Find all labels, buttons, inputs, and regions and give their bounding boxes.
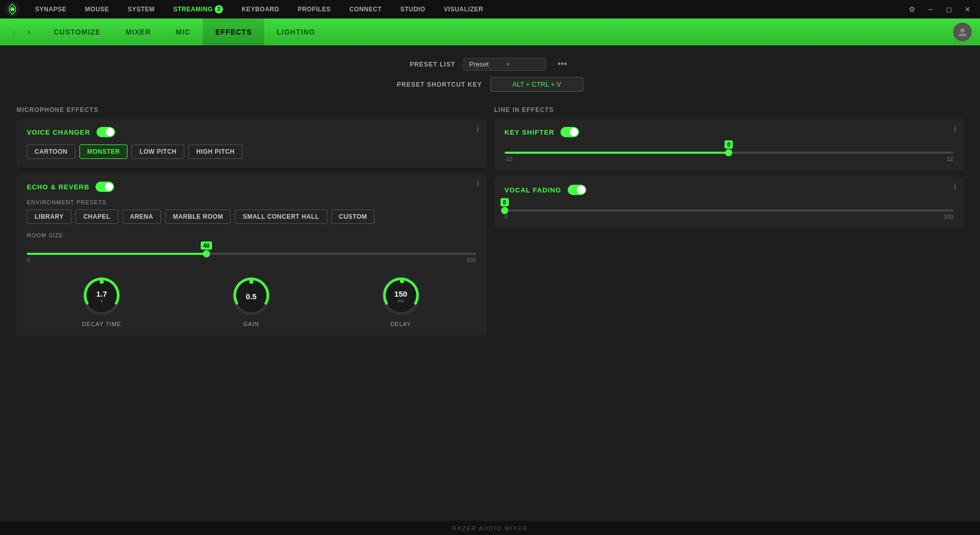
env-preset-marble-room[interactable]: MARBLE ROOM — [165, 209, 231, 224]
user-avatar[interactable] — [953, 23, 972, 41]
svg-point-2 — [10, 7, 14, 11]
tab-lighting[interactable]: LIGHTING — [264, 19, 328, 45]
key-shifter-slider-section: 0 -12 12 — [505, 152, 954, 162]
vocal-fading-track[interactable] — [505, 209, 954, 212]
echo-reverb-toggle-knob — [105, 183, 113, 191]
voice-changer-info-icon[interactable]: ℹ — [476, 125, 479, 133]
decay-time-value-display: 1.7 s — [96, 289, 107, 303]
key-shifter-title: KEY SHIFTER — [505, 128, 555, 136]
nav-keyboard[interactable]: KEYBOARD — [232, 0, 288, 19]
env-preset-custom[interactable]: CUSTOM — [331, 209, 375, 224]
sub-nav-items: CUSTOMIZE MIXER MIC EFFECTS LIGHTING — [41, 19, 953, 45]
room-size-value-bubble: 40 — [201, 241, 212, 250]
room-size-max: 100 — [466, 257, 475, 263]
close-icon[interactable]: ✕ — [960, 2, 975, 17]
env-preset-library[interactable]: LIBRARY — [27, 209, 71, 224]
forward-arrow[interactable]: › — [23, 26, 35, 38]
vocal-fading-toggle-knob — [577, 186, 585, 194]
top-nav-right: ⚙ ─ ◻ ✕ — [905, 2, 975, 17]
echo-reverb-title: ECHO & REVERB — [27, 183, 89, 191]
top-nav-items: SYNAPSE MOUSE SYSTEM STREAMING 2 KEYBOAR… — [26, 0, 905, 19]
room-size-fill — [27, 253, 206, 255]
vocal-fading-card: ℹ VOCAL FADING 0 — [494, 176, 964, 228]
key-shifter-header: KEY SHIFTER — [505, 127, 954, 137]
voice-changer-presets: CARTOON MONSTER LOW PITCH HIGH PITCH — [27, 144, 476, 159]
decay-time-unit: s — [96, 298, 107, 303]
restore-icon[interactable]: ◻ — [942, 2, 956, 17]
mic-effects-title: MICROPHONE EFFECTS — [17, 106, 486, 114]
env-preset-arena[interactable]: ARENA — [122, 209, 161, 224]
env-preset-chapel[interactable]: CHAPEL — [75, 209, 118, 224]
env-preset-buttons: LIBRARY CHAPEL ARENA MARBLE ROOM SMALL C… — [27, 209, 476, 224]
room-size-section: ROOM SIZE 40 0 100 — [27, 232, 476, 263]
nav-synapse[interactable]: SYNAPSE — [26, 0, 76, 19]
svg-point-5 — [100, 280, 104, 284]
vocal-fading-slider-container: 0 — [505, 209, 954, 212]
voice-changer-card: ℹ VOICE CHANGER CARTOON MONSTER LOW PITC… — [17, 119, 486, 167]
vocal-fading-title: VOCAL FADING — [505, 186, 561, 194]
back-arrow[interactable]: ‹ — [8, 26, 21, 38]
nav-system[interactable]: SYSTEM — [118, 0, 164, 19]
key-shifter-info-icon[interactable]: ℹ — [954, 125, 956, 133]
footer: RAZER AUDIO MIXER — [0, 521, 980, 535]
svg-point-9 — [400, 279, 404, 283]
preset-list-dropdown[interactable]: Preset ▾ — [463, 58, 546, 71]
vocal-fading-toggle[interactable] — [568, 185, 586, 195]
footer-text: RAZER AUDIO MIXER — [452, 525, 527, 531]
nav-connect[interactable]: CONNECT — [340, 0, 391, 19]
vocal-fading-thumb[interactable] — [501, 207, 508, 214]
key-shifter-track[interactable] — [505, 152, 954, 154]
shortcut-row: PRESET SHORTCUT KEY ALT + CTRL + V — [17, 77, 963, 92]
vocal-fading-value-bubble: 0 — [500, 198, 508, 206]
tab-customize[interactable]: CUSTOMIZE — [41, 19, 113, 45]
vocal-fading-min: 0 — [505, 214, 508, 220]
shortcut-input[interactable]: ALT + CTRL + V — [490, 77, 583, 92]
room-size-slider-container: 40 — [27, 253, 476, 255]
nav-streaming[interactable]: STREAMING 2 — [164, 0, 233, 19]
line-in-effects-col: LINE IN EFFECTS ℹ KEY SHIFTER 0 — [494, 106, 964, 342]
voice-preset-monster[interactable]: MONSTER — [79, 144, 128, 159]
settings-icon[interactable]: ⚙ — [905, 2, 919, 17]
shortcut-label: PRESET SHORTCUT KEY — [397, 81, 482, 88]
decay-time-label: DECAY TIME — [82, 321, 121, 327]
decay-time-val: 1.7 — [96, 289, 107, 298]
tab-mic[interactable]: MIC — [164, 19, 203, 45]
nav-mouse[interactable]: MOUSE — [76, 0, 119, 19]
key-shifter-toggle-knob — [570, 128, 578, 136]
minimize-icon[interactable]: ─ — [923, 2, 938, 17]
decay-time-knob[interactable]: 1.7 s — [81, 275, 122, 317]
room-size-track[interactable] — [27, 253, 476, 255]
echo-reverb-toggle[interactable] — [95, 182, 114, 192]
key-shifter-card: ℹ KEY SHIFTER 0 — [494, 119, 964, 170]
nav-visualizer[interactable]: VISUALIZER — [435, 0, 492, 19]
sub-nav: ‹ › CUSTOMIZE MIXER MIC EFFECTS LIGHTING — [0, 19, 980, 45]
tab-mixer[interactable]: MIXER — [113, 19, 163, 45]
delay-knob[interactable]: 150 ms — [380, 275, 422, 317]
voice-changer-header: VOICE CHANGER — [27, 127, 476, 137]
preset-list-label: PRESET LIST — [410, 61, 455, 68]
nav-profiles[interactable]: PROFILES — [288, 0, 340, 19]
tab-effects[interactable]: EFFECTS — [203, 19, 264, 45]
voice-preset-low-pitch[interactable]: LOW PITCH — [132, 144, 184, 159]
echo-reverb-header: ECHO & REVERB — [27, 182, 476, 192]
nav-arrows: ‹ › — [8, 26, 35, 38]
effects-columns: MICROPHONE EFFECTS ℹ VOICE CHANGER CARTO… — [17, 106, 963, 342]
nav-studio[interactable]: STUDIO — [391, 0, 435, 19]
gain-knob[interactable]: 0.5 — [231, 275, 272, 317]
env-preset-small-concert-hall[interactable]: SMALL CONCERT HALL — [235, 209, 327, 224]
vocal-fading-max: 100 — [944, 214, 953, 220]
room-size-thumb[interactable] — [203, 250, 210, 257]
key-shifter-thumb[interactable] — [725, 149, 732, 156]
preset-more-icon[interactable]: ••• — [554, 58, 570, 71]
vocal-fading-info-icon[interactable]: ℹ — [954, 183, 956, 191]
key-shifter-toggle[interactable] — [560, 127, 579, 137]
delay-label: DELAY — [390, 321, 411, 327]
echo-reverb-info-icon[interactable]: ℹ — [476, 180, 479, 188]
echo-reverb-card: ℹ ECHO & REVERB ENVIRONMENT PRESETS LIBR… — [17, 173, 486, 335]
decay-time-knob-container: 1.7 s DECAY TIME — [81, 275, 122, 327]
vocal-fading-range-labels: 0 100 — [505, 214, 954, 220]
voice-preset-high-pitch[interactable]: HIGH PITCH — [188, 144, 242, 159]
voice-changer-toggle[interactable] — [97, 127, 115, 137]
voice-preset-cartoon[interactable]: CARTOON — [27, 144, 75, 159]
voice-changer-toggle-knob — [106, 128, 114, 136]
